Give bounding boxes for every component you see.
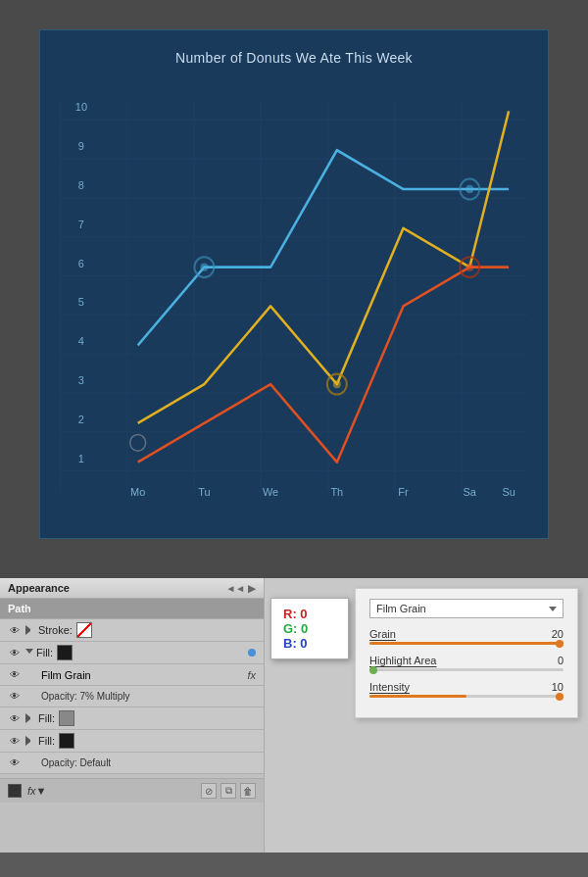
fill-swatch-black2[interactable] bbox=[59, 733, 74, 749]
svg-text:1: 1 bbox=[78, 452, 84, 463]
film-grain-dropdown-row: Film Grain bbox=[369, 599, 564, 618]
fx-icon: fx bbox=[247, 669, 256, 681]
appearance-title: Appearance bbox=[8, 582, 70, 594]
svg-text:Th: Th bbox=[330, 486, 343, 498]
rgb-r-label: R: 0 bbox=[283, 607, 336, 621]
bottom-panel: Appearance ◄◄ ▶ Path 👁 Stroke: 👁 Fill: 👁… bbox=[0, 578, 588, 853]
chart-svg: 10 9 8 7 6 5 4 3 2 1 Mo Tu We Th Fr Sa S… bbox=[60, 80, 528, 512]
stroke-label: Stroke: bbox=[38, 624, 73, 636]
svg-text:4: 4 bbox=[78, 335, 84, 347]
rgb-g-label: G: 0 bbox=[283, 621, 336, 636]
fill-row-2[interactable]: 👁 Fill: bbox=[0, 707, 264, 730]
footer-fx-label: fx▼ bbox=[27, 785, 46, 797]
intensity-slider-thumb[interactable] bbox=[556, 693, 564, 701]
fill-row-main[interactable]: 👁 Fill: bbox=[0, 642, 264, 664]
film-grain-dropdown-box[interactable]: Film Grain bbox=[369, 599, 564, 618]
svg-text:5: 5 bbox=[78, 296, 84, 308]
fill-label-3: Fill: bbox=[38, 735, 55, 747]
svg-text:6: 6 bbox=[78, 257, 84, 268]
footer-icons: ⊘ ⧉ 🗑 bbox=[201, 783, 256, 799]
intensity-label: Intensity bbox=[369, 681, 410, 693]
intensity-slider-fill bbox=[369, 695, 466, 698]
dropdown-arrow-icon bbox=[549, 607, 557, 611]
arrow-fill bbox=[25, 649, 33, 658]
svg-text:We: We bbox=[263, 486, 278, 498]
footer-icon-delete[interactable]: 🗑 bbox=[240, 783, 256, 799]
film-grain-panel: Film Grain Grain 20 Highlight Area 0 bbox=[355, 588, 578, 718]
grain-slider-thumb[interactable] bbox=[556, 640, 564, 648]
footer-icon-copy[interactable]: ⧉ bbox=[220, 783, 236, 799]
path-row: Path bbox=[0, 599, 264, 619]
svg-point-19 bbox=[200, 263, 208, 270]
svg-text:2: 2 bbox=[78, 414, 84, 425]
opacity-label-2: Opacity: Default bbox=[25, 757, 256, 768]
grain-slider-track[interactable] bbox=[369, 642, 564, 645]
film-grain-row[interactable]: 👁 Film Grain fx bbox=[0, 664, 264, 686]
svg-text:Mo: Mo bbox=[130, 486, 145, 498]
fill-swatch-gray[interactable] bbox=[59, 710, 74, 726]
svg-text:Su: Su bbox=[502, 486, 514, 498]
intensity-slider-track[interactable] bbox=[369, 695, 564, 698]
fill-label: Fill: bbox=[36, 647, 53, 658]
svg-text:10: 10 bbox=[75, 101, 87, 113]
arrow-stroke bbox=[25, 625, 35, 635]
film-grain-label: Film Grain bbox=[25, 669, 247, 681]
rgb-b-label: B: 0 bbox=[283, 636, 336, 651]
chart-section: Number of Donuts We Ate This Week 10 9 8… bbox=[0, 0, 588, 578]
highlight-area-label: Highlight Area bbox=[369, 655, 437, 666]
fill-row-3[interactable]: 👁 Fill: bbox=[0, 730, 264, 753]
fill-blue-dot bbox=[248, 649, 256, 657]
fill-label-2: Fill: bbox=[38, 712, 55, 724]
eye-icon-opacity2[interactable]: 👁 bbox=[8, 756, 22, 770]
grain-label-row: Grain 20 bbox=[369, 628, 564, 640]
highlight-slider-fill bbox=[369, 668, 375, 671]
svg-point-25 bbox=[466, 263, 473, 270]
eye-icon-opacity1[interactable]: 👁 bbox=[8, 690, 22, 704]
chart-title: Number of Donuts We Ate This Week bbox=[60, 50, 528, 66]
svg-point-23 bbox=[333, 380, 341, 388]
svg-text:7: 7 bbox=[78, 219, 84, 230]
svg-rect-0 bbox=[60, 101, 528, 491]
appearance-header-controls[interactable]: ◄◄ ▶ bbox=[225, 583, 256, 594]
grain-slider-fill bbox=[369, 642, 564, 645]
chart-container: Number of Donuts We Ate This Week 10 9 8… bbox=[39, 29, 549, 539]
footer-icon-no[interactable]: ⊘ bbox=[201, 783, 217, 799]
highlight-area-value: 0 bbox=[558, 655, 564, 666]
appearance-panel: Appearance ◄◄ ▶ Path 👁 Stroke: 👁 Fill: 👁… bbox=[0, 578, 265, 853]
chart-inner: 10 9 8 7 6 5 4 3 2 1 Mo Tu We Th Fr Sa S… bbox=[60, 80, 528, 512]
highlight-slider-row: Highlight Area 0 bbox=[369, 655, 564, 671]
stroke-swatch[interactable] bbox=[76, 622, 92, 638]
stroke-row[interactable]: 👁 Stroke: bbox=[0, 619, 264, 642]
path-label: Path bbox=[8, 603, 31, 614]
opacity-row-1: 👁 Opacity: 7% Multiply bbox=[0, 686, 264, 707]
svg-text:9: 9 bbox=[78, 140, 84, 152]
rgb-popup: R: 0 G: 0 B: 0 bbox=[270, 598, 349, 659]
highlight-slider-track[interactable] bbox=[369, 668, 564, 671]
appearance-footer: fx▼ ⊘ ⧉ 🗑 bbox=[0, 778, 264, 803]
eye-icon-fill3[interactable]: 👁 bbox=[8, 734, 22, 748]
svg-text:Sa: Sa bbox=[464, 486, 477, 498]
svg-point-21 bbox=[466, 185, 473, 193]
fill-swatch-black[interactable] bbox=[57, 645, 73, 660]
opacity-label-1: Opacity: 7% Multiply bbox=[25, 691, 256, 702]
eye-icon-fill[interactable]: 👁 bbox=[8, 646, 22, 659]
highlight-slider-thumb[interactable] bbox=[369, 666, 377, 674]
svg-text:8: 8 bbox=[78, 179, 84, 191]
eye-icon-stroke[interactable]: 👁 bbox=[8, 623, 22, 637]
arrow-fill2 bbox=[25, 713, 35, 723]
highlight-label-row: Highlight Area 0 bbox=[369, 655, 564, 666]
grain-slider-row: Grain 20 bbox=[369, 628, 564, 645]
opacity-row-2: 👁 Opacity: Default bbox=[0, 753, 264, 774]
svg-text:3: 3 bbox=[78, 374, 84, 386]
grain-value: 20 bbox=[552, 628, 564, 640]
svg-text:Fr: Fr bbox=[398, 486, 409, 498]
film-grain-dropdown-label: Film Grain bbox=[376, 603, 426, 614]
svg-text:Tu: Tu bbox=[198, 486, 210, 498]
intensity-label-row: Intensity 10 bbox=[369, 681, 564, 693]
footer-swatch bbox=[8, 784, 22, 798]
appearance-header: Appearance ◄◄ ▶ bbox=[0, 578, 264, 599]
eye-icon-fill2[interactable]: 👁 bbox=[8, 711, 22, 725]
grain-label: Grain bbox=[369, 628, 396, 640]
intensity-value: 10 bbox=[552, 681, 564, 693]
eye-icon-film-grain[interactable]: 👁 bbox=[8, 668, 22, 682]
